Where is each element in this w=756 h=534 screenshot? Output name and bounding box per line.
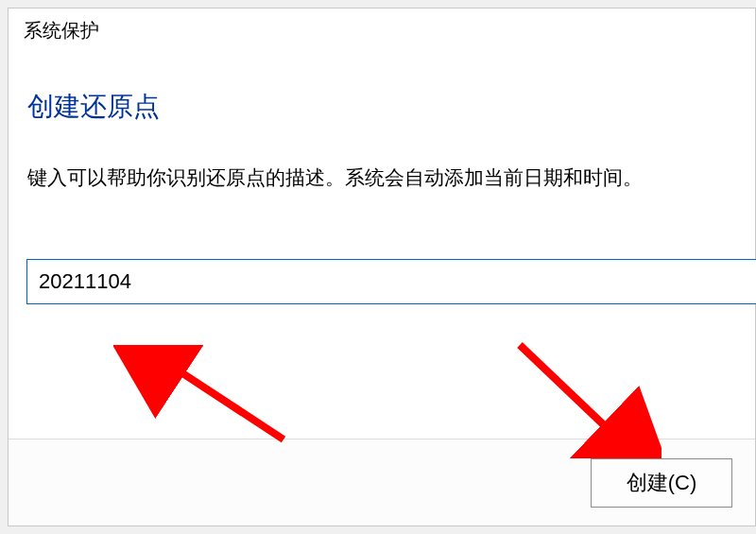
dialog-content: 创建还原点 键入可以帮助你识别还原点的描述。系统会自动添加当前日期和时间。 (9, 49, 755, 439)
create-button[interactable]: 创建(C) (591, 458, 732, 508)
system-protection-dialog: 系统保护 创建还原点 键入可以帮助你识别还原点的描述。系统会自动添加当前日期和时… (8, 8, 756, 526)
dialog-footer: 创建(C) (9, 439, 755, 525)
dialog-title: 系统保护 (9, 9, 755, 49)
restore-point-description-input[interactable] (26, 259, 756, 304)
instruction-text: 键入可以帮助你识别还原点的描述。系统会自动添加当前日期和时间。 (27, 163, 736, 193)
create-restore-point-heading: 创建还原点 (27, 89, 736, 125)
input-wrap (26, 259, 756, 304)
